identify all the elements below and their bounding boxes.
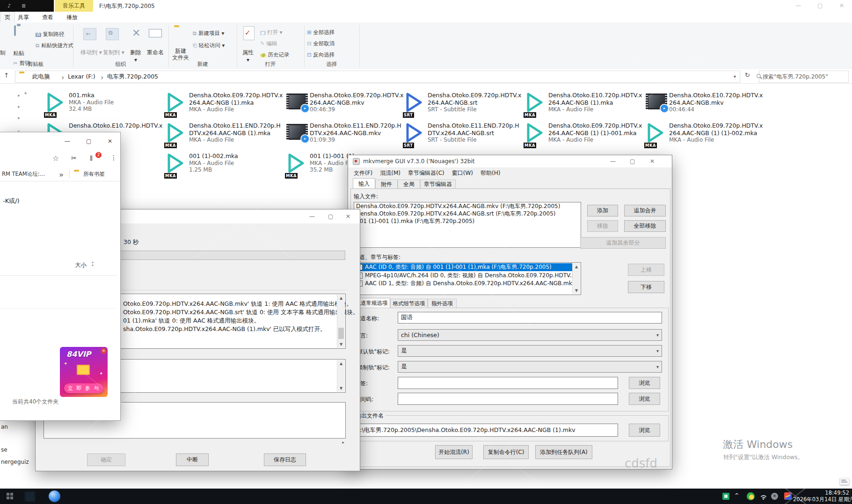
input-file-row[interactable]: Densha.Otoko.E09.720p.HDTV.x264.AAC-NGB.… bbox=[354, 210, 581, 217]
paste-icon[interactable] bbox=[14, 26, 28, 41]
file-tile[interactable]: MKADensha.Otoko.E09.720p.HDTV.x264.AAC-N… bbox=[645, 122, 762, 149]
track-up-button[interactable]: 上移 bbox=[628, 264, 664, 276]
show-desktop-strip[interactable] bbox=[850, 489, 852, 504]
tray-blocked-icon[interactable]: ✕ bbox=[771, 493, 778, 500]
ok-button[interactable]: 确定 bbox=[87, 454, 125, 466]
tab-attachments[interactable]: 附件 bbox=[375, 180, 398, 189]
bookmarks-overflow-icon[interactable]: » bbox=[59, 170, 64, 179]
dialog-maximize-button[interactable]: ▢ bbox=[328, 214, 333, 219]
tags-browse-button[interactable]: 浏览 bbox=[629, 377, 660, 389]
ad-close-icon[interactable]: ✕ bbox=[101, 348, 107, 354]
mkvmerge-minimize-button[interactable]: — bbox=[610, 158, 616, 164]
tab-view[interactable]: 查看 bbox=[42, 14, 53, 22]
bookmark-star-icon[interactable]: ☆ bbox=[52, 154, 59, 163]
breadcrumb-drive[interactable]: Lexar (F:) bbox=[68, 73, 95, 80]
browser-minimize-button[interactable]: — bbox=[65, 138, 70, 144]
file-tile[interactable]: MKADensha.Otoko.E09.720p.HDTV.x264.AAC-N… bbox=[165, 92, 282, 119]
save-log-button[interactable]: 保存日志 bbox=[264, 454, 306, 466]
tray-green-icon[interactable] bbox=[722, 493, 729, 500]
search-input[interactable]: 搜索"电车男.720p.2005" bbox=[763, 73, 837, 81]
language-select[interactable]: chi (Chinese)▾ bbox=[398, 329, 662, 341]
warnings-scrollbar[interactable]: ▲ ▼ bbox=[337, 360, 345, 392]
browser-close-button[interactable]: ✕ bbox=[108, 138, 112, 144]
tray-chevron-up-icon[interactable]: ^ bbox=[735, 492, 739, 498]
easy-access-button[interactable]: ⎗ 轻松访问 ▾ bbox=[193, 42, 225, 49]
taskbar-browser-icon[interactable] bbox=[49, 490, 60, 502]
tab-global[interactable]: 全局 bbox=[398, 180, 420, 189]
file-tile[interactable]: MKA001.mkaMKA - Audio File32.4 MB bbox=[44, 92, 161, 119]
tray-antivirus-icon[interactable] bbox=[747, 492, 755, 500]
h-scroll-icon[interactable]: ▸ bbox=[342, 440, 344, 445]
file-tile[interactable]: MKADensha.Otoko.E10.720p.HDTV.x264.AAC-N… bbox=[524, 92, 641, 119]
track-list[interactable]: ✓AAC (ID 0, 类型: 音频) 自 001 (1)-001 (1).mk… bbox=[354, 262, 581, 295]
input-files-list[interactable]: Densha.Otoko.E09.720p.HDTV.x264.AAC-NGB.… bbox=[354, 202, 581, 248]
breadcrumb-this-pc[interactable]: 此电脑 bbox=[32, 73, 50, 81]
up-arrow-button[interactable]: ↑ bbox=[4, 72, 9, 79]
scroll-down-icon[interactable]: ▼ bbox=[337, 341, 345, 348]
subtab-extra[interactable]: 额外选项 bbox=[428, 299, 457, 308]
all-bookmarks-button[interactable]: 所有书签 bbox=[83, 171, 105, 178]
paste-shortcut-button[interactable]: ⧉ 粘贴快捷方式 bbox=[36, 42, 73, 49]
track-down-button[interactable]: 下移 bbox=[628, 281, 664, 293]
menu-file[interactable]: 文件(F) bbox=[354, 169, 372, 178]
output-browse-button[interactable]: 浏览 bbox=[629, 424, 660, 437]
explorer-maximize-button[interactable]: ▢ bbox=[817, 3, 823, 8]
log-scrollbar[interactable]: ▲ ▼ bbox=[337, 295, 345, 348]
size-column-header[interactable]: 大小 bbox=[75, 261, 87, 269]
dialog-close-button[interactable]: ✕ bbox=[346, 214, 350, 219]
subtab-format[interactable]: 格式细节选项 bbox=[390, 299, 428, 308]
select-all-button[interactable]: ⊞ 全部选择 bbox=[307, 29, 335, 36]
address-dropdown-icon[interactable]: ▾ bbox=[734, 74, 736, 79]
timecodes-browse-button[interactable]: 浏览 bbox=[629, 393, 660, 405]
mkvmerge-maximize-button[interactable]: ▢ bbox=[630, 158, 635, 164]
file-tile[interactable]: ▸Densha.Otoko.E09.720p.HDTV.x264.AAC-NGB… bbox=[285, 92, 402, 119]
dialog-minimize-button[interactable]: — bbox=[309, 214, 315, 219]
qat-menu-icon[interactable]: ≣ bbox=[22, 0, 26, 12]
paste-button[interactable]: 粘贴 bbox=[13, 50, 24, 58]
append-button[interactable]: 追加合并 bbox=[624, 205, 666, 216]
clip-tool-icon[interactable]: ✂ bbox=[71, 154, 77, 162]
explorer-close-button[interactable]: ✕ bbox=[839, 3, 844, 8]
breadcrumb-box[interactable]: 此电脑 › Lexar (F:) › 电车男.720p.2005 ▾ bbox=[15, 71, 740, 83]
tab-input[interactable]: 输入 bbox=[353, 178, 375, 189]
track-row[interactable]: ✓MPEG-4p10/AVC/h.264 (ID 0, 类型: 视频) 自 De… bbox=[355, 272, 580, 280]
breadcrumb-folder[interactable]: 电车男.720p.2005 bbox=[107, 73, 158, 81]
rename-button[interactable]: 重命名 bbox=[147, 49, 164, 57]
start-button[interactable] bbox=[7, 493, 13, 499]
track-list-scrollbar[interactable]: ▲ ▼ bbox=[572, 263, 580, 294]
menu-help[interactable]: 帮助(H) bbox=[481, 169, 500, 178]
bookmark-item[interactable]: RM TEAM论坛:… bbox=[2, 171, 56, 178]
history-button[interactable]: ↺ 历史记录 bbox=[260, 51, 289, 58]
copy-cmdline-button[interactable]: 复制命令行(C) bbox=[483, 445, 529, 459]
move-to-button[interactable]: 移动到 ▾ bbox=[80, 49, 102, 57]
tab-chapter-editor[interactable]: 章节编辑器 bbox=[420, 180, 456, 189]
remove-button[interactable]: 移除 bbox=[587, 220, 618, 232]
append-parts-button[interactable]: 追加其余部分 bbox=[580, 237, 666, 249]
tags-input[interactable] bbox=[398, 377, 618, 389]
track-row[interactable]: ✓AAC (ID 1, 类型: 音频) 自 Densha.Otoko.E09.7… bbox=[355, 280, 580, 288]
edit-button[interactable]: ✎ 编辑 bbox=[260, 40, 277, 47]
browser-maximize-button[interactable]: ▢ bbox=[86, 138, 91, 144]
select-none-button[interactable]: ⊟ 全部取消 bbox=[307, 40, 335, 47]
tab-home[interactable]: 页 bbox=[0, 12, 15, 23]
file-tile[interactable]: SRTDensha.Otoko.E09.720p.HDTV.x264.AAC-N… bbox=[403, 92, 520, 119]
input-file-row[interactable]: 001 (1)-001 (1).mka (F:\电车男.720p.2005) bbox=[354, 217, 581, 225]
file-tile[interactable]: ▸Densha.Otoko.E10.720p.HDTV.x264.AAC-NGB… bbox=[645, 92, 762, 119]
add-button[interactable]: 添加 bbox=[587, 205, 618, 216]
taskbar-app-icon[interactable] bbox=[24, 491, 36, 502]
copy-to-button[interactable]: 复制到 ▾ bbox=[103, 49, 124, 57]
file-tile[interactable]: ▸Densha.Otoko.E11.END.720p.HDTV.x264.AAC… bbox=[285, 122, 402, 149]
default-track-select[interactable]: 是▾ bbox=[398, 345, 662, 357]
refresh-icon[interactable]: ↻ bbox=[745, 72, 750, 79]
add-to-jobqueue-button[interactable]: 添加到任务队列(A) bbox=[535, 445, 592, 459]
tray-ime-icon[interactable] bbox=[784, 492, 792, 500]
tab-play[interactable]: 播放 bbox=[66, 14, 78, 22]
scroll-down-icon[interactable]: ▼ bbox=[573, 287, 580, 294]
sort-icon[interactable]: ▴▾ bbox=[92, 260, 94, 267]
scroll-up-icon[interactable]: ▲ bbox=[337, 360, 345, 367]
track-name-input[interactable]: 国语 bbox=[398, 312, 662, 324]
browser-titlebar[interactable]: — ▢ ✕ bbox=[0, 132, 120, 150]
menu-window[interactable]: 窗口(W) bbox=[452, 169, 473, 178]
mkvmerge-titlebar[interactable]: mkvmerge GUI v7.3.0 ('Nouages') 32bit — … bbox=[348, 155, 672, 167]
explorer-minimize-button[interactable]: — bbox=[795, 3, 801, 8]
